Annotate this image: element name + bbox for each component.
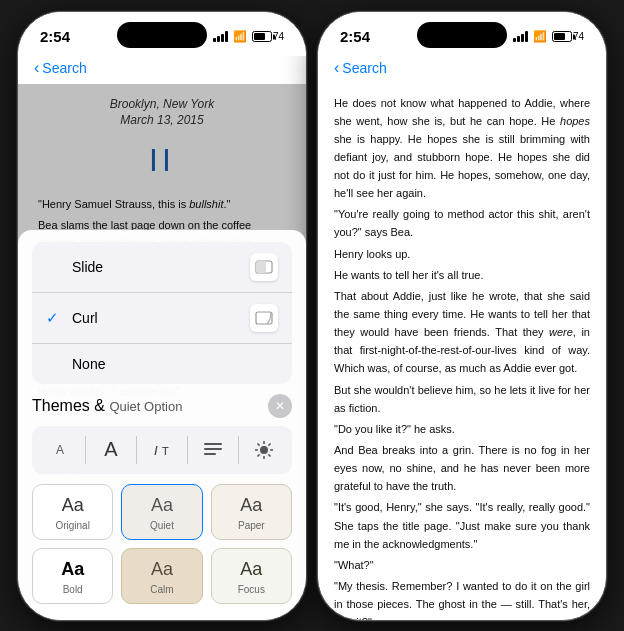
theme-original-label: Original xyxy=(55,520,89,531)
font-layout-button[interactable] xyxy=(195,432,231,468)
dynamic-island xyxy=(117,22,207,48)
rp-0: He does not know what happened to Addie,… xyxy=(334,94,590,203)
slide-options: ✓ Slide ✓ Curl xyxy=(32,242,292,384)
svg-text:T: T xyxy=(162,445,169,457)
rp-1: "You're really going to method actor thi… xyxy=(334,205,590,241)
status-icons-left: 📶 74 xyxy=(213,30,284,43)
chevron-left-icon: ‹ xyxy=(34,60,39,76)
theme-bold-aa: Aa xyxy=(61,559,84,580)
battery-icon: 74 xyxy=(252,31,284,42)
font-brightness-button[interactable] xyxy=(246,432,282,468)
theme-focus[interactable]: Aa Focus xyxy=(211,548,292,604)
font-style-button[interactable]: IT xyxy=(144,432,180,468)
rp-9: "What?" xyxy=(334,556,590,574)
slide-panel: ✓ Slide ✓ Curl xyxy=(18,230,306,620)
font-divider-3 xyxy=(187,436,188,464)
none-label: None xyxy=(72,356,105,372)
slide-label: Slide xyxy=(72,259,103,275)
status-icons-right: 📶 74 xyxy=(513,30,584,43)
slide-option-slide-left: ✓ Slide xyxy=(46,258,103,276)
font-decrease-button[interactable]: A xyxy=(42,432,78,468)
theme-focus-label: Focus xyxy=(238,584,265,595)
curl-icon xyxy=(250,304,278,332)
font-controls: A A IT xyxy=(32,426,292,474)
svg-rect-7 xyxy=(204,453,216,455)
back-button-right[interactable]: ‹ Search xyxy=(334,60,387,76)
slide-option-none-left: ✓ None xyxy=(46,355,105,373)
slide-icon xyxy=(250,253,278,281)
rp-6: "Do you like it?" he asks. xyxy=(334,420,590,438)
svg-rect-1 xyxy=(256,261,266,273)
rp-3: He wants to tell her it's all true. xyxy=(334,266,590,284)
rp-4: That about Addie, just like he wrote, th… xyxy=(334,287,590,378)
checkmark-curl: ✓ xyxy=(46,309,64,327)
time-right: 2:54 xyxy=(340,28,370,45)
signal-icon-right xyxy=(513,31,528,42)
book-content-right: He does not know what happened to Addie,… xyxy=(318,84,606,621)
theme-bold-label: Bold xyxy=(63,584,83,595)
back-button-left[interactable]: ‹ Search xyxy=(34,60,87,76)
font-divider-1 xyxy=(85,436,86,464)
theme-bold[interactable]: Aa Bold xyxy=(32,548,113,604)
theme-focus-aa: Aa xyxy=(240,559,262,580)
slide-option-curl[interactable]: ✓ Curl xyxy=(32,293,292,344)
svg-rect-2 xyxy=(256,312,272,324)
svg-line-13 xyxy=(258,443,260,445)
theme-paper-label: Paper xyxy=(238,520,265,531)
phones-container: 2:54 📶 74 ‹ Search xyxy=(17,11,607,621)
themes-title-text: Themes & xyxy=(32,397,105,414)
font-increase-button[interactable]: A xyxy=(93,432,129,468)
slide-option-none[interactable]: ✓ None xyxy=(32,344,292,384)
slide-option-curl-left: ✓ Curl xyxy=(46,309,98,327)
theme-quiet-label: Quiet xyxy=(150,520,174,531)
svg-text:I: I xyxy=(154,443,158,458)
theme-calm-label: Calm xyxy=(150,584,173,595)
svg-line-16 xyxy=(258,454,260,456)
back-label-left: Search xyxy=(42,60,86,76)
left-phone: 2:54 📶 74 ‹ Search xyxy=(17,11,307,621)
font-divider-4 xyxy=(238,436,239,464)
time-left: 2:54 xyxy=(40,28,70,45)
theme-original[interactable]: Aa Original xyxy=(32,484,113,540)
svg-rect-5 xyxy=(204,443,222,445)
quiet-option-text: Quiet Option xyxy=(109,399,182,414)
themes-title: Themes & Quiet Option xyxy=(32,397,182,415)
theme-calm[interactable]: Aa Calm xyxy=(121,548,202,604)
theme-paper-aa: Aa xyxy=(240,495,262,516)
theme-original-aa: Aa xyxy=(62,495,84,516)
rp-2: Henry looks up. xyxy=(334,245,590,263)
signal-icon xyxy=(213,31,228,42)
rp-10: "My thesis. Remember? I wanted to do it … xyxy=(334,577,590,620)
rp-7: And Bea breaks into a grin. There is no … xyxy=(334,441,590,495)
dynamic-island-right xyxy=(417,22,507,48)
right-phone: 2:54 📶 74 ‹ Search He does not know what xyxy=(317,11,607,621)
wifi-icon-right: 📶 xyxy=(533,30,547,43)
nav-bar-left: ‹ Search xyxy=(18,56,306,84)
theme-grid: Aa Original Aa Quiet Aa Paper Aa Bold Aa xyxy=(32,484,292,604)
svg-rect-6 xyxy=(204,448,222,450)
theme-paper[interactable]: Aa Paper xyxy=(211,484,292,540)
svg-point-8 xyxy=(260,446,268,454)
nav-bar-right: ‹ Search xyxy=(318,56,606,84)
svg-line-15 xyxy=(268,443,270,445)
theme-quiet[interactable]: Aa Quiet xyxy=(121,484,202,540)
close-button[interactable]: ✕ xyxy=(268,394,292,418)
curl-label: Curl xyxy=(72,310,98,326)
chevron-left-icon-right: ‹ xyxy=(334,60,339,76)
font-divider-2 xyxy=(136,436,137,464)
wifi-icon: 📶 xyxy=(233,30,247,43)
slide-option-slide[interactable]: ✓ Slide xyxy=(32,242,292,293)
svg-line-14 xyxy=(268,454,270,456)
rp-5: But she wouldn't believe him, so he lets… xyxy=(334,381,590,417)
themes-header: Themes & Quiet Option ✕ xyxy=(32,394,292,418)
theme-calm-aa: Aa xyxy=(151,559,173,580)
theme-quiet-aa: Aa xyxy=(151,495,173,516)
battery-icon-right: 74 xyxy=(552,31,584,42)
back-label-right: Search xyxy=(342,60,386,76)
rp-8: "It's good, Henry," she says. "It's real… xyxy=(334,498,590,552)
